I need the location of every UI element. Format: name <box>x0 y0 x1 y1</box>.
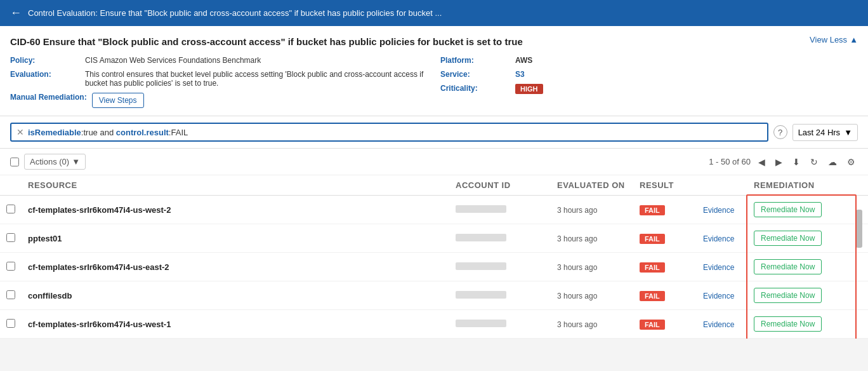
actions-arrow: ▼ <box>72 157 80 166</box>
row-checkbox[interactable] <box>6 290 15 299</box>
row-checkbox[interactable] <box>6 262 15 271</box>
row-result: FAIL <box>633 196 697 224</box>
search-bar: ✕ isRemediable:true and control.result:F… <box>0 116 868 149</box>
table-body: cf-templates-srlr6kom47i4-us-west-2 3 ho… <box>0 196 868 339</box>
row-resource: conffilesdb <box>22 281 449 310</box>
row-remediation: Remediate Now <box>747 310 855 339</box>
evidence-link[interactable]: Evidence <box>703 234 734 243</box>
account-id-placeholder <box>456 291 506 299</box>
table-row: cf-templates-srlr6kom47i4-us-west-1 3 ho… <box>0 310 868 339</box>
table-row: conffilesdb 3 hours ago FAIL Evidence Re… <box>0 281 868 310</box>
toolbar-right: 1 - 50 of 60 ◀ ▶ ⬇ ↻ ☁ ⚙ <box>709 156 858 168</box>
row-account-id <box>449 281 551 310</box>
fail-badge: FAIL <box>640 291 665 301</box>
row-remediation: Remediate Now <box>747 253 855 281</box>
remediate-now-button[interactable]: Remediate Now <box>754 202 822 217</box>
remediate-now-button[interactable]: Remediate Now <box>754 316 822 332</box>
meta-left: Policy: CIS Amazon Web Services Foundati… <box>10 56 428 108</box>
search-input-wrapper[interactable]: ✕ isRemediable:true and control.result:F… <box>10 123 768 142</box>
row-evidence[interactable]: Evidence <box>697 281 747 310</box>
th-account-id: Account ID <box>449 175 551 196</box>
time-filter-label: Last 24 Hrs <box>798 128 840 137</box>
row-account-id <box>449 196 551 224</box>
row-scroll-cell <box>855 281 868 310</box>
search-info-icon[interactable]: ? <box>773 125 787 139</box>
evidence-link[interactable]: Evidence <box>703 320 734 329</box>
cloud-icon[interactable]: ☁ <box>825 156 839 168</box>
evidence-link[interactable]: Evidence <box>703 206 734 215</box>
row-checkbox[interactable] <box>6 205 15 213</box>
row-evidence[interactable]: Evidence <box>697 224 747 253</box>
platform-value: AWS <box>515 56 532 65</box>
view-less-link[interactable]: View Less ▲ <box>810 35 858 44</box>
row-account-id <box>449 224 551 253</box>
service-label: Service: <box>440 70 510 79</box>
table-row: cf-templates-srlr6kom47i4-us-west-2 3 ho… <box>0 196 868 224</box>
evidence-link[interactable]: Evidence <box>703 263 734 272</box>
row-checkbox-cell[interactable] <box>0 224 22 253</box>
row-checkbox-cell[interactable] <box>0 310 22 339</box>
refresh-icon[interactable]: ↻ <box>808 156 820 168</box>
account-id-placeholder <box>456 262 506 270</box>
row-checkbox-cell[interactable] <box>0 281 22 310</box>
settings-icon[interactable]: ⚙ <box>845 156 858 168</box>
main-content: CID-60 Ensure that "Block public and cro… <box>0 26 868 116</box>
account-id-placeholder <box>456 320 506 327</box>
platform-row: Platform: AWS <box>440 56 858 65</box>
table-row: pptest01 3 hours ago FAIL Evidence Remed… <box>0 224 868 253</box>
service-value: S3 <box>515 70 525 79</box>
row-account-id <box>449 310 551 339</box>
actions-button[interactable]: Actions (0) ▼ <box>24 154 86 170</box>
row-result: FAIL <box>633 310 697 339</box>
row-evidence[interactable]: Evidence <box>697 253 747 281</box>
th-resource: Resource <box>22 175 449 196</box>
row-checkbox-cell[interactable] <box>0 253 22 281</box>
row-result: FAIL <box>633 224 697 253</box>
view-steps-button[interactable]: View Steps <box>92 93 144 108</box>
download-icon[interactable]: ⬇ <box>790 156 803 168</box>
row-evaluated-on: 3 hours ago <box>551 196 633 224</box>
th-evidence <box>697 175 747 196</box>
keyword-control-result: control.result <box>116 128 169 137</box>
platform-label: Platform: <box>440 56 510 65</box>
row-evidence[interactable]: Evidence <box>697 196 747 224</box>
row-remediation: Remediate Now <box>747 224 855 253</box>
keyword-isremediable: isRemediable <box>28 128 81 137</box>
time-filter-dropdown[interactable]: Last 24 Hrs ▼ <box>792 124 858 141</box>
row-resource: pptest01 <box>22 224 449 253</box>
row-evaluated-on: 3 hours ago <box>551 310 633 339</box>
title-row: CID-60 Ensure that "Block public and cro… <box>10 35 858 48</box>
back-button[interactable]: ← <box>10 6 22 20</box>
row-result: FAIL <box>633 253 697 281</box>
fail-badge: FAIL <box>640 320 665 330</box>
evidence-link[interactable]: Evidence <box>703 292 734 300</box>
row-checkbox-cell[interactable] <box>0 196 22 224</box>
select-all-checkbox[interactable] <box>10 158 19 166</box>
remediate-now-button[interactable]: Remediate Now <box>754 288 822 303</box>
row-remediation: Remediate Now <box>747 281 855 310</box>
row-scroll-cell <box>855 196 868 224</box>
prev-page-icon[interactable]: ◀ <box>756 156 768 168</box>
next-page-icon[interactable]: ▶ <box>773 156 785 168</box>
row-scroll-cell <box>855 253 868 281</box>
account-id-placeholder <box>456 234 506 241</box>
service-row: Service: S3 <box>440 70 858 79</box>
manual-remediation-label: Manual Remediation: <box>10 93 87 102</box>
page-title: CID-60 Ensure that "Block public and cro… <box>10 35 523 48</box>
row-resource: cf-templates-srlr6kom47i4-us-west-1 <box>22 310 449 339</box>
criticality-row: Criticality: HIGH <box>440 84 858 94</box>
row-evidence[interactable]: Evidence <box>697 310 747 339</box>
policy-row: Policy: CIS Amazon Web Services Foundati… <box>10 56 428 65</box>
row-evaluated-on: 3 hours ago <box>551 253 633 281</box>
clear-search-icon[interactable]: ✕ <box>16 127 24 137</box>
row-remediation: Remediate Now <box>747 196 855 224</box>
evaluation-label: Evaluation: <box>10 70 80 79</box>
row-evaluated-on: 3 hours ago <box>551 224 633 253</box>
row-resource: cf-templates-srlr6kom47i4-us-west-2 <box>22 196 449 224</box>
row-checkbox[interactable] <box>6 233 15 242</box>
manual-remediation-row: Manual Remediation: View Steps <box>10 93 428 108</box>
row-checkbox[interactable] <box>6 319 15 328</box>
table-header: Resource Account ID Evaluated On Result … <box>0 175 868 196</box>
remediate-now-button[interactable]: Remediate Now <box>754 231 822 246</box>
remediate-now-button[interactable]: Remediate Now <box>754 259 822 274</box>
